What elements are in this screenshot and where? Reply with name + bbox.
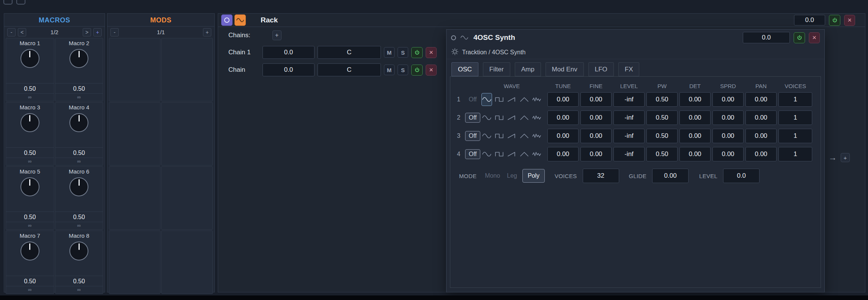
triangle-wave-button[interactable]: [519, 93, 530, 106]
chain-level-value[interactable]: 0.0: [263, 46, 314, 59]
osc-off-button[interactable]: Off: [465, 149, 480, 159]
window-tab-icon[interactable]: [3, 0, 13, 5]
level-value[interactable]: 0.0: [723, 169, 760, 183]
mode-poly-button[interactable]: Poly: [522, 169, 545, 183]
tab-amp[interactable]: Amp: [515, 62, 541, 76]
rack-power-button[interactable]: [829, 15, 840, 26]
tab-fx[interactable]: FX: [618, 62, 640, 76]
sine-wave-button[interactable]: [481, 129, 492, 142]
rack-close-button[interactable]: ×: [844, 15, 855, 26]
sine-wave-button[interactable]: [481, 148, 492, 161]
modulation-sine-icon[interactable]: [461, 35, 468, 40]
osc-tune-value[interactable]: 0.00: [547, 92, 579, 107]
osc-det-value[interactable]: 0.00: [679, 129, 711, 143]
square-wave-button[interactable]: [494, 129, 505, 142]
chain-power-button[interactable]: [411, 47, 423, 58]
macro-knob[interactable]: [20, 177, 39, 196]
voices-value[interactable]: 32: [583, 169, 619, 183]
osc-voices-value[interactable]: 1: [778, 92, 812, 107]
mods-add-page-button[interactable]: +: [203, 28, 211, 36]
macros-add-page-button[interactable]: +: [93, 28, 102, 36]
macro-knob[interactable]: [69, 113, 88, 132]
osc-det-value[interactable]: 0.00: [679, 92, 711, 107]
osc-pw-value[interactable]: 0.50: [646, 111, 678, 125]
chain-close-button[interactable]: ×: [426, 47, 437, 58]
plugin-power-button[interactable]: [794, 32, 805, 43]
chain-power-button[interactable]: [411, 65, 423, 76]
triangle-wave-button[interactable]: [519, 111, 530, 124]
triangle-wave-button[interactable]: [519, 129, 530, 142]
insert-arrow-icon[interactable]: →: [829, 153, 837, 163]
osc-pan-value[interactable]: 0.00: [745, 92, 777, 107]
chain-mute-button[interactable]: M: [384, 65, 395, 75]
chain-solo-button[interactable]: S: [398, 65, 408, 75]
osc-pw-value[interactable]: 0.50: [646, 92, 678, 107]
noise-wave-button[interactable]: [531, 93, 542, 106]
mod-slot[interactable]: [109, 231, 160, 294]
osc-det-value[interactable]: 0.00: [679, 147, 711, 161]
mod-slot[interactable]: [161, 166, 213, 230]
macro-value[interactable]: 0.50: [55, 83, 103, 93]
automation-circle-icon[interactable]: [451, 35, 456, 40]
saw-wave-button[interactable]: [506, 93, 517, 106]
chain-name[interactable]: Chain 1: [228, 49, 259, 56]
chain-key-value[interactable]: C: [318, 46, 381, 59]
mod-slot[interactable]: [161, 231, 213, 294]
macros-prev-page-button[interactable]: <: [18, 28, 26, 36]
triangle-wave-button[interactable]: [519, 148, 530, 161]
plugin-level-value[interactable]: 0.0: [743, 32, 790, 43]
tab-filter[interactable]: Filter: [483, 62, 510, 76]
osc-tune-value[interactable]: 0.00: [547, 111, 579, 125]
rack-level-value[interactable]: 0.0: [794, 15, 825, 25]
chain-mute-button[interactable]: M: [384, 47, 395, 58]
osc-pan-value[interactable]: 0.00: [745, 111, 777, 125]
square-wave-button[interactable]: [494, 148, 505, 161]
macro-value[interactable]: 0.50: [6, 212, 54, 222]
osc-sprd-value[interactable]: 0.00: [712, 129, 744, 143]
chain-key-value[interactable]: C: [318, 63, 381, 76]
glide-value[interactable]: 0.00: [652, 169, 689, 183]
osc-pan-value[interactable]: 0.00: [745, 129, 777, 143]
osc-sprd-value[interactable]: 0.00: [712, 147, 744, 161]
osc-voices-value[interactable]: 1: [778, 111, 812, 125]
plugin-close-button[interactable]: ×: [809, 32, 820, 43]
osc-level-value[interactable]: -inf: [613, 92, 645, 107]
mods-toggle-button[interactable]: [234, 14, 246, 26]
mod-slot[interactable]: [161, 102, 213, 166]
osc-pw-value[interactable]: 0.50: [646, 129, 678, 143]
tab-osc[interactable]: OSC: [451, 62, 478, 76]
noise-wave-button[interactable]: [531, 129, 542, 142]
tab-mod-env[interactable]: Mod Env: [546, 62, 584, 76]
osc-level-value[interactable]: -inf: [613, 147, 645, 161]
chain-name[interactable]: Chain: [228, 66, 259, 74]
mode-mono-button[interactable]: Mono: [485, 172, 500, 179]
add-chain-button[interactable]: +: [272, 30, 281, 40]
macro-value[interactable]: 0.50: [55, 212, 103, 222]
osc-voices-value[interactable]: 1: [778, 147, 812, 161]
osc-level-value[interactable]: -inf: [613, 129, 645, 143]
tab-lfo[interactable]: LFO: [588, 62, 614, 76]
osc-off-button[interactable]: Off: [465, 113, 480, 123]
osc-pan-value[interactable]: 0.00: [745, 147, 777, 161]
macro-value[interactable]: 0.50: [55, 276, 103, 286]
macro-knob[interactable]: [69, 49, 88, 68]
macro-value[interactable]: 0.50: [6, 83, 54, 93]
noise-wave-button[interactable]: [531, 111, 542, 124]
macro-knob[interactable]: [20, 49, 39, 68]
osc-fine-value[interactable]: 0.00: [580, 147, 612, 161]
mode-leg-button[interactable]: Leg: [507, 172, 517, 179]
macro-knob[interactable]: [20, 242, 39, 261]
osc-level-value[interactable]: -inf: [613, 111, 645, 125]
noise-wave-button[interactable]: [531, 148, 542, 161]
macros-toggle-button[interactable]: [221, 14, 233, 26]
chain-level-value[interactable]: 0.0: [263, 63, 314, 76]
saw-wave-button[interactable]: [506, 111, 517, 124]
sine-wave-button[interactable]: [481, 111, 492, 124]
macros-next-page-button[interactable]: >: [83, 28, 91, 36]
add-plugin-button[interactable]: +: [841, 153, 850, 162]
macros-remove-page-button[interactable]: -: [7, 28, 16, 36]
osc-tune-value[interactable]: 0.00: [547, 129, 579, 143]
macro-value[interactable]: 0.50: [55, 147, 103, 158]
osc-fine-value[interactable]: 0.00: [580, 111, 612, 125]
macro-value[interactable]: 0.50: [6, 276, 54, 286]
